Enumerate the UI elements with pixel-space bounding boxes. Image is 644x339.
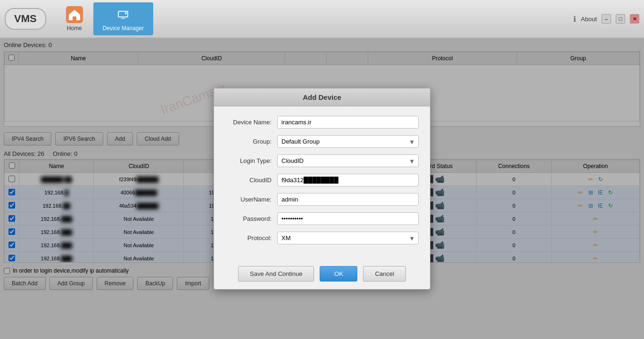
cloudid-input[interactable]: [277, 174, 419, 186]
modal-body: Device Name: Group: Default Group Group …: [214, 106, 430, 260]
add-device-modal: Add Device Device Name: Group: Default G…: [214, 88, 430, 290]
info-icon[interactable]: ℹ: [573, 15, 576, 24]
password-input[interactable]: [277, 212, 419, 225]
device-manager-icon: [116, 8, 130, 21]
modal-header: Add Device: [214, 89, 430, 106]
home-icon-wrap: [66, 6, 83, 23]
home-label: Home: [67, 25, 82, 32]
svg-rect-2: [121, 18, 125, 19]
cloudid-label: CloudID: [225, 177, 277, 184]
protocol-select[interactable]: XM ONVIF RTSP: [277, 232, 419, 244]
titlebar-right: ℹ About – □ ✕: [573, 14, 639, 24]
group-select-wrap: Default Group Group 1 Group 2 ▼: [277, 135, 419, 148]
modal-footer: Save And Continue OK Cancel: [214, 260, 430, 289]
username-input[interactable]: [277, 193, 419, 206]
modal-title: Add Device: [303, 93, 341, 101]
device-name-input[interactable]: [277, 116, 419, 129]
protocol-select-wrap: XM ONVIF RTSP ▼: [277, 232, 419, 244]
group-label: Group:: [225, 138, 277, 145]
form-row-password: Password:: [225, 212, 419, 225]
device-name-label: Device Name:: [225, 119, 277, 126]
nav-device-manager[interactable]: Device Manager: [93, 2, 153, 35]
login-type-label: Login Type:: [225, 157, 277, 164]
maximize-button[interactable]: □: [616, 14, 625, 24]
group-select[interactable]: Default Group Group 1 Group 2: [277, 135, 419, 148]
save-continue-button[interactable]: Save And Continue: [238, 266, 314, 282]
about-label: About: [581, 16, 597, 23]
home-icon: [68, 8, 81, 21]
vms-logo: VMS: [5, 8, 46, 30]
form-row-login-type: Login Type: CloudID IP/Domain IP Server …: [225, 154, 419, 167]
nav-home[interactable]: Home: [56, 2, 93, 35]
form-row-cloudid: CloudID: [225, 174, 419, 186]
home-icon-bg: [66, 6, 83, 23]
device-manager-icon-wrap: [115, 6, 132, 23]
login-type-select-wrap: CloudID IP/Domain IP Server ▼: [277, 154, 419, 167]
password-label: Password:: [225, 215, 277, 222]
form-row-device-name: Device Name:: [225, 116, 419, 129]
form-row-protocol: Protocol: XM ONVIF RTSP ▼: [225, 232, 419, 244]
main-content: IranCams.ir IranCams.ir Online Devices: …: [0, 39, 644, 339]
close-button[interactable]: ✕: [630, 14, 639, 24]
form-row-username: UserName:: [225, 193, 419, 206]
ok-button[interactable]: OK: [320, 266, 357, 282]
form-row-group: Group: Default Group Group 1 Group 2 ▼: [225, 135, 419, 148]
login-type-select[interactable]: CloudID IP/Domain IP Server: [277, 154, 419, 167]
titlebar: VMS Home Device Ma: [0, 0, 644, 39]
cancel-button[interactable]: Cancel: [363, 266, 405, 282]
device-manager-label: Device Manager: [103, 25, 144, 32]
protocol-label: Protocol:: [225, 234, 277, 242]
svg-point-3: [125, 12, 127, 14]
username-label: UserName:: [225, 196, 277, 203]
minimize-button[interactable]: –: [602, 14, 611, 24]
device-icon-bg: [115, 6, 132, 23]
modal-overlay: Add Device Device Name: Group: Default G…: [0, 39, 644, 339]
